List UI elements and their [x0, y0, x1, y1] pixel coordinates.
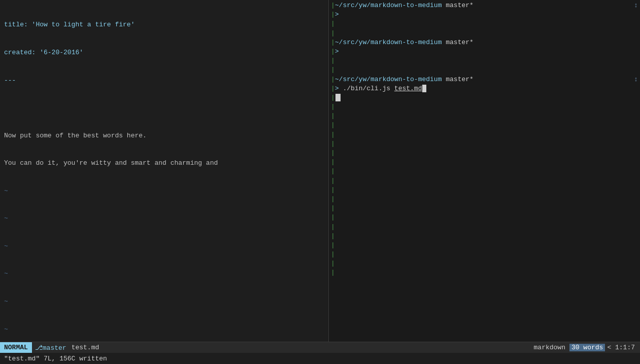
- pipe-char: |: [331, 112, 335, 121]
- terminal-line: |: [331, 19, 638, 28]
- sort-arrows: ↕: [634, 1, 638, 10]
- branch-icon: ⎇: [35, 344, 43, 352]
- pipe-char: |: [331, 84, 335, 93]
- editor-line: ~: [4, 187, 324, 196]
- pipe-char: |: [331, 38, 335, 47]
- sort-arrows: ↕: [634, 75, 638, 84]
- terminal-line: |~/src/yw/markdown-to-medium master*: [331, 38, 638, 47]
- term-branch: master*: [442, 1, 473, 10]
- terminal-line: |: [331, 65, 638, 75]
- pipe-char: |: [331, 250, 335, 259]
- tilde-line: ~: [4, 297, 8, 306]
- editor-line: [4, 103, 324, 113]
- pipe-char: |: [331, 93, 335, 102]
- pipe-char: |: [331, 19, 335, 28]
- terminal-line: |: [331, 195, 638, 204]
- terminal-line: |: [331, 167, 638, 176]
- terminal-line: |: [331, 241, 638, 250]
- editor-line: ~: [4, 325, 324, 334]
- terminal-line: |: [331, 56, 638, 65]
- editor-line: Now put some of the best words here.: [4, 131, 324, 140]
- terminal-line: |: [331, 29, 638, 38]
- term-prompt: >: [335, 47, 339, 56]
- term-branch: master*: [442, 38, 473, 47]
- terminal-line: |~/src/yw/markdown-to-medium master* ↕: [331, 75, 638, 84]
- pipe-char: |: [331, 130, 335, 139]
- editor-line: ~: [4, 214, 324, 223]
- term-command: ./bin/cli.js: [339, 84, 394, 93]
- status-bar: NORMAL ⎇master test.md markdown 30 words…: [0, 342, 640, 353]
- terminal-line: |: [331, 204, 638, 213]
- pipe-char: |: [331, 29, 335, 38]
- term-path: ~/src/yw/markdown-to-medium: [335, 75, 442, 84]
- term-path: ~/src/yw/markdown-to-medium: [335, 1, 442, 10]
- pipe-char: |: [331, 259, 335, 268]
- words-count-text: 30 words: [571, 344, 603, 351]
- terminal-line: |: [331, 149, 638, 158]
- terminal-content: |~/src/yw/markdown-to-medium master* ↕ |…: [329, 0, 640, 279]
- pipe-char: |: [331, 1, 335, 10]
- word-count: 30 words: [569, 344, 605, 351]
- terminal-line: |: [331, 250, 638, 259]
- pipe-char: |: [331, 186, 335, 195]
- pipe-char: |: [331, 176, 335, 186]
- tilde-line: ~: [4, 269, 8, 278]
- pipe-char: |: [331, 167, 335, 176]
- terminal-line: |> ./bin/cli.js test.md: [331, 84, 638, 93]
- terminal-line: |: [331, 213, 638, 222]
- vim-mode: NORMAL: [0, 342, 32, 353]
- term-branch: master*: [442, 75, 473, 84]
- pipe-char: |: [331, 268, 335, 277]
- editor-line: ~: [4, 269, 324, 278]
- editor-content: title: 'How to light a tire fire' create…: [0, 0, 328, 342]
- info-bar: "test.md" 7L, 156C written: [0, 353, 640, 364]
- editor-line: title: 'How to light a tire fire': [4, 20, 324, 29]
- terminal-line: |: [331, 186, 638, 195]
- terminal-line: |: [331, 223, 638, 232]
- pipe-char: |: [331, 10, 335, 19]
- terminal-line: |: [331, 139, 638, 149]
- terminal-line: |: [331, 102, 638, 112]
- editor-text: You can do it, you're witty and smart an…: [4, 159, 218, 168]
- terminal-line: |>: [331, 47, 638, 56]
- editor-line: ~: [4, 297, 324, 306]
- tilde-line: ~: [4, 325, 8, 334]
- pipe-char: |: [331, 149, 335, 158]
- editor-pane[interactable]: title: 'How to light a tire fire' create…: [0, 0, 329, 342]
- terminal-line: |: [331, 93, 638, 102]
- tilde-line: ~: [4, 187, 8, 196]
- cursor-position: < 1:1:7: [605, 344, 637, 351]
- terminal-pane[interactable]: |~/src/yw/markdown-to-medium master* ↕ |…: [329, 0, 640, 342]
- yaml-title: title: 'How to light a tire fire': [4, 20, 134, 29]
- filename: test.md: [70, 344, 102, 351]
- main-container: title: 'How to light a tire fire' create…: [0, 0, 640, 342]
- terminal-line: |~/src/yw/markdown-to-medium master* ↕: [331, 1, 638, 10]
- pipe-char: |: [331, 121, 335, 130]
- editor-text: Now put some of the best words here.: [4, 131, 147, 140]
- pipe-char: |: [331, 195, 335, 204]
- pipe-char: |: [331, 139, 335, 149]
- pipe-char: |: [331, 56, 335, 65]
- term-prompt: >: [335, 84, 339, 93]
- term-cursor: [422, 85, 426, 92]
- terminal-line: |: [331, 259, 638, 268]
- editor-line: created: '6-20-2016': [4, 48, 324, 57]
- tilde-line: ~: [4, 242, 8, 251]
- terminal-line: |: [331, 112, 638, 121]
- pipe-char: |: [331, 232, 335, 241]
- git-branch: ⎇master: [32, 344, 70, 352]
- terminal-line: |: [331, 158, 638, 167]
- terminal-line: |: [331, 176, 638, 186]
- file-info-text: "test.md" 7L, 156C written: [4, 355, 107, 362]
- editor-line: ---: [4, 76, 324, 85]
- terminal-line: |: [331, 130, 638, 139]
- terminal-line: |>: [331, 10, 638, 19]
- pipe-char: |: [331, 75, 335, 84]
- pipe-char: |: [331, 47, 335, 56]
- pipe-char: |: [331, 213, 335, 222]
- pipe-char: |: [331, 65, 335, 75]
- yaml-separator: ---: [4, 76, 16, 85]
- term-prompt: >: [335, 10, 339, 19]
- terminal-line: |: [331, 232, 638, 241]
- yaml-created: created: '6-20-2016': [4, 48, 83, 57]
